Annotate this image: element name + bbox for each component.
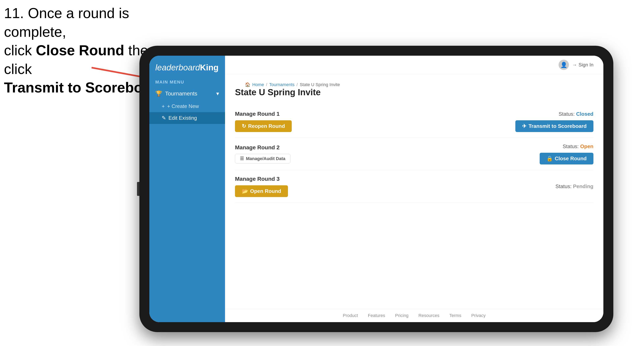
breadcrumb-tournaments-link[interactable]: Tournaments bbox=[269, 82, 294, 87]
audit-icon: ☰ bbox=[240, 156, 244, 161]
round-3-card: Manage Round 3 📂 Open Round Status: Pend… bbox=[235, 170, 594, 203]
round-2-title: Manage Round 2 bbox=[235, 144, 290, 151]
breadcrumb-home-icon: 🏠 bbox=[245, 82, 250, 87]
round-3-left: Manage Round 3 📂 Open Round bbox=[235, 176, 288, 197]
instruction-click: click bbox=[4, 42, 36, 58]
avatar: 👤 bbox=[558, 60, 569, 70]
tablet-side-button bbox=[137, 182, 140, 196]
reopen-round-button[interactable]: ↻ Reopen Round bbox=[235, 120, 292, 132]
transmit-to-scoreboard-button[interactable]: ✈ Transmit to Scoreboard bbox=[515, 120, 594, 132]
app-logo: leaderboardKing bbox=[155, 63, 219, 72]
chevron-down-icon: ▾ bbox=[216, 90, 219, 97]
round-1-status-value: Closed bbox=[576, 111, 594, 117]
manage-audit-data-button[interactable]: ☰ Manage/Audit Data bbox=[235, 154, 290, 164]
round-2-status-label: Status: bbox=[562, 143, 580, 149]
round-1-title: Manage Round 1 bbox=[235, 111, 292, 117]
transmit-to-scoreboard-label: Transmit to Scoreboard bbox=[528, 123, 587, 129]
breadcrumb-sep2: / bbox=[296, 82, 298, 87]
page-title: State U Spring Invite bbox=[235, 87, 594, 97]
footer-link-terms[interactable]: Terms bbox=[450, 313, 462, 318]
reopen-icon: ↻ bbox=[242, 123, 246, 129]
logo-king: King bbox=[200, 63, 218, 72]
plus-icon: + bbox=[162, 103, 165, 109]
logo-leaderboard: leaderboard bbox=[155, 63, 200, 72]
instruction-close-round: Close Round bbox=[36, 42, 124, 58]
round-3-status-label: Status: bbox=[556, 183, 573, 189]
close-round-icon: 🔒 bbox=[546, 156, 553, 162]
top-header: 👤 → Sign In bbox=[225, 56, 604, 74]
round-1-left: Manage Round 1 ↻ Reopen Round bbox=[235, 111, 292, 132]
main-menu-label: MAIN MENU bbox=[149, 76, 225, 87]
open-round-label: Open Round bbox=[250, 188, 281, 194]
open-round-button[interactable]: 📂 Open Round bbox=[235, 185, 288, 197]
main-content: 👤 → Sign In 🏠 Home / Tournaments / S bbox=[225, 56, 604, 322]
page-content: 🏠 Home / Tournaments / State U Spring In… bbox=[225, 74, 604, 309]
round-2-status-value: Open bbox=[580, 143, 594, 149]
manage-audit-label: Manage/Audit Data bbox=[246, 156, 285, 161]
sidebar: leaderboardKing MAIN MENU 🏆 Tournaments … bbox=[149, 56, 225, 322]
breadcrumb: 🏠 Home / Tournaments / State U Spring In… bbox=[235, 78, 594, 87]
trophy-icon: 🏆 bbox=[155, 90, 162, 97]
avatar-icon: 👤 bbox=[560, 62, 567, 68]
footer: Product Features Pricing Resources Terms… bbox=[225, 309, 604, 322]
breadcrumb-home-link[interactable]: Home bbox=[252, 82, 264, 87]
edit-existing-label: Edit Existing bbox=[168, 115, 197, 121]
round-3-status-value: Pending bbox=[573, 183, 594, 189]
open-round-icon: 📂 bbox=[242, 188, 248, 194]
create-new-label: + Create New bbox=[167, 103, 199, 109]
round-2-left: Manage Round 2 ☰ Manage/Audit Data bbox=[235, 144, 290, 164]
round-1-status: Status: Closed bbox=[558, 111, 594, 117]
sidebar-tournaments-label: Tournaments bbox=[165, 90, 197, 97]
breadcrumb-current: State U Spring Invite bbox=[300, 82, 340, 87]
sidebar-item-edit-existing[interactable]: ✎ Edit Existing bbox=[149, 112, 225, 124]
reopen-round-label: Reopen Round bbox=[248, 123, 285, 129]
sign-in-arrow-icon: → bbox=[572, 62, 577, 68]
logo-area: leaderboardKing bbox=[149, 56, 225, 76]
sign-in-button[interactable]: → Sign In bbox=[572, 62, 594, 68]
sign-in-label: Sign In bbox=[578, 62, 594, 68]
sidebar-submenu: + + Create New ✎ Edit Existing bbox=[149, 100, 225, 124]
close-round-label: Close Round bbox=[555, 156, 587, 162]
round-1-right: Status: Closed ✈ Transmit to Scoreboard bbox=[515, 111, 594, 132]
round-3-right: Status: Pending bbox=[556, 183, 594, 189]
breadcrumb-sep1: / bbox=[266, 82, 267, 87]
footer-link-privacy[interactable]: Privacy bbox=[471, 313, 486, 318]
transmit-icon: ✈ bbox=[522, 123, 526, 129]
sidebar-item-tournaments[interactable]: 🏆 Tournaments ▾ bbox=[149, 87, 225, 100]
footer-link-pricing[interactable]: Pricing bbox=[395, 313, 408, 318]
close-round-button[interactable]: 🔒 Close Round bbox=[540, 153, 594, 165]
footer-link-features[interactable]: Features bbox=[368, 313, 385, 318]
round-1-card: Manage Round 1 ↻ Reopen Round Status: Cl… bbox=[235, 105, 594, 138]
round-2-status: Status: Open bbox=[562, 143, 594, 150]
footer-link-resources[interactable]: Resources bbox=[418, 313, 439, 318]
sidebar-item-create-new[interactable]: + + Create New bbox=[149, 100, 225, 112]
round-1-status-label: Status: bbox=[558, 111, 576, 117]
instruction-line1: 11. Once a round is complete, bbox=[4, 4, 183, 41]
round-3-status: Status: Pending bbox=[556, 183, 594, 189]
round-2-card: Manage Round 2 ☰ Manage/Audit Data Statu… bbox=[235, 138, 594, 170]
tablet-screen: leaderboardKing MAIN MENU 🏆 Tournaments … bbox=[149, 56, 604, 322]
round-2-right: Status: Open 🔒 Close Round bbox=[540, 143, 594, 165]
footer-link-product[interactable]: Product bbox=[343, 313, 358, 318]
tablet-device: leaderboardKing MAIN MENU 🏆 Tournaments … bbox=[140, 46, 613, 332]
edit-icon: ✎ bbox=[162, 115, 166, 121]
round-3-title: Manage Round 3 bbox=[235, 176, 288, 182]
